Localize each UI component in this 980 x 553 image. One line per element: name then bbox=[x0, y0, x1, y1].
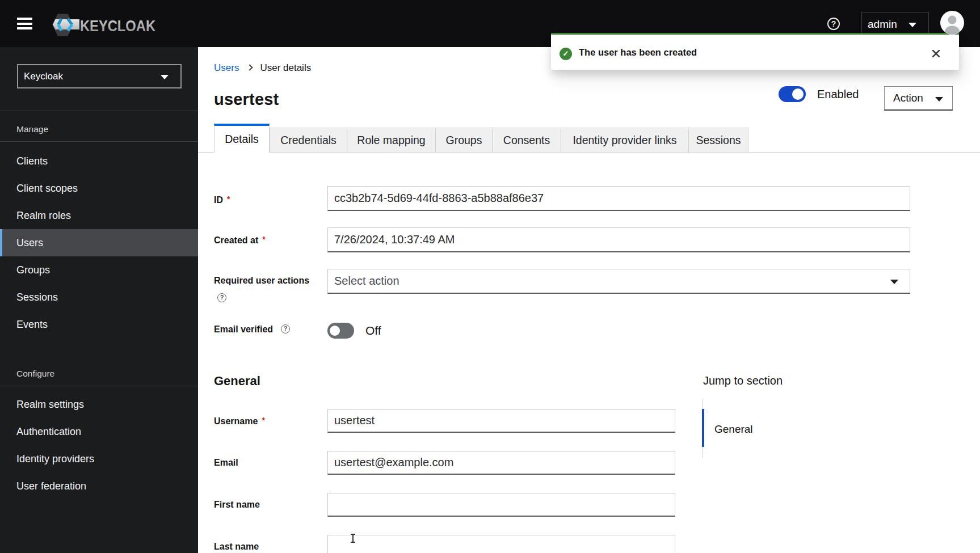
svg-text:KEYCLOAK: KEYCLOAK bbox=[80, 18, 155, 35]
